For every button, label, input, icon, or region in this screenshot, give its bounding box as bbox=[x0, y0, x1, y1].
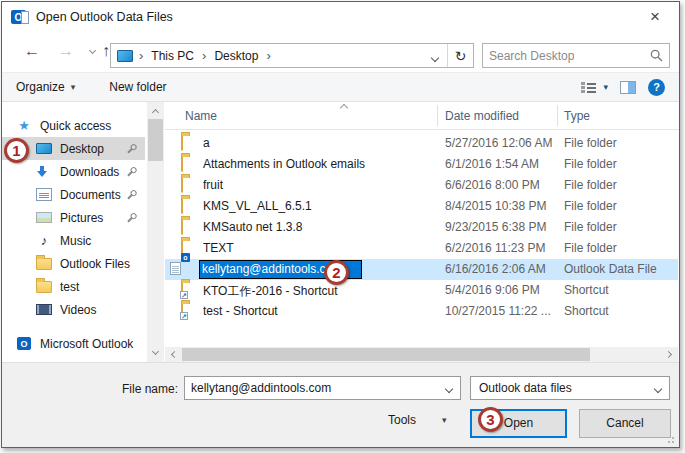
sidebar-item-microsoft-outlook[interactable]: OMicrosoft Outlook bbox=[2, 332, 145, 355]
folder-icon bbox=[181, 157, 183, 171]
sidebar-scrollbar-thumb[interactable] bbox=[148, 119, 163, 161]
scroll-up-icon[interactable] bbox=[147, 103, 164, 119]
desktop-icon bbox=[36, 143, 52, 154]
folder-icon bbox=[181, 136, 183, 150]
new-folder-button[interactable]: New folder bbox=[99, 73, 176, 101]
breadcrumb-desktop[interactable]: Desktop bbox=[212, 49, 260, 63]
horizontal-scrollbar-thumb[interactable] bbox=[182, 348, 590, 361]
outlook-logo-icon: o bbox=[181, 253, 190, 262]
file-name-value[interactable]: kellytang@addintools.com bbox=[185, 381, 438, 395]
column-header-date-modified[interactable]: Date modified bbox=[445, 109, 519, 123]
sidebar-item-outlook-files[interactable]: Outlook Files bbox=[2, 252, 145, 275]
file-row-text[interactable]: TEXT6/2/2016 11:23 PMFile folder bbox=[165, 238, 678, 259]
file-name-label: File name: bbox=[62, 382, 178, 396]
annotation-step-3: 3 bbox=[478, 407, 503, 432]
folder-icon bbox=[181, 199, 183, 213]
scroll-right-icon[interactable] bbox=[662, 347, 678, 362]
views-caret-icon: ▾ bbox=[603, 82, 608, 92]
file-row-attachments-in-outlook-emails[interactable]: Attachments in Outlook emails6/1/2016 1:… bbox=[165, 154, 678, 175]
file-date-modified: 5/4/2016 9:06 PM bbox=[445, 283, 540, 297]
sidebar-item-downloads[interactable]: Downloads bbox=[2, 160, 145, 183]
file-row-kellytang-addintools-com[interactable]: okellytang@addintools.com6/16/2016 2:06 … bbox=[165, 259, 678, 280]
scroll-left-icon[interactable] bbox=[165, 347, 181, 362]
file-type-dropdown-icon bbox=[647, 384, 669, 392]
sidebar-item-quick-access[interactable]: ★Quick access bbox=[2, 114, 145, 137]
tools-button[interactable]: Tools ▾ bbox=[388, 413, 447, 427]
sidebar-item-pictures[interactable]: Pictures bbox=[2, 206, 145, 229]
column-divider[interactable] bbox=[437, 105, 438, 126]
file-name-text: fruit bbox=[203, 178, 223, 192]
sidebar-item-music[interactable]: ♪Music bbox=[2, 229, 145, 252]
column-header-type[interactable]: Type bbox=[564, 109, 590, 123]
tools-caret-icon: ▾ bbox=[442, 415, 447, 425]
scroll-down-icon[interactable] bbox=[147, 345, 164, 361]
file-type-value: Outlook data files bbox=[471, 381, 647, 395]
close-icon[interactable]: × bbox=[643, 6, 667, 28]
main-area: ★Quick accessDesktopDownloadsDocumentsPi… bbox=[2, 102, 679, 362]
file-name-combobox[interactable]: kellytang@addintools.com bbox=[184, 376, 461, 400]
file-list: Name Date modified Type a5/27/2016 12:06… bbox=[165, 102, 679, 362]
pin-icon bbox=[124, 141, 140, 157]
sidebar-item-label: Music bbox=[60, 234, 91, 248]
sidebar-item-label: Downloads bbox=[60, 165, 119, 179]
breadcrumb-this-pc[interactable]: This PC bbox=[149, 49, 196, 63]
sidebar-item-label: Desktop bbox=[60, 142, 104, 156]
video-icon bbox=[36, 304, 52, 315]
recent-locations-dropdown-icon[interactable] bbox=[89, 47, 96, 54]
cancel-button[interactable]: Cancel bbox=[579, 409, 671, 438]
file-name-text: TEXT bbox=[203, 241, 234, 255]
folder-shortcut-icon: ↗ bbox=[181, 283, 183, 297]
preview-pane-icon[interactable] bbox=[620, 81, 636, 94]
change-view-button[interactable]: ▾ bbox=[581, 81, 608, 93]
file-row-kto-2016-shortcut[interactable]: ↗KTO工作-2016 - Shortcut5/4/2016 9:06 PMSh… bbox=[165, 280, 678, 301]
shortcut-overlay-icon: ↗ bbox=[180, 291, 188, 299]
title-bar: O Open Outlook Data Files × bbox=[2, 2, 679, 32]
up-button[interactable]: ↑ bbox=[102, 41, 110, 61]
file-row-kmsauto-net-1-3-8[interactable]: KMSauto net 1.3.89/23/2015 6:38 PMFile f… bbox=[165, 217, 678, 238]
organize-button[interactable]: Organize ▾ bbox=[6, 73, 85, 101]
outlook-icon: O bbox=[16, 337, 32, 350]
file-type: Shortcut bbox=[564, 283, 609, 297]
sidebar-item-test[interactable]: test bbox=[2, 275, 145, 298]
file-date-modified: 6/1/2016 1:54 AM bbox=[445, 157, 539, 171]
file-type: Outlook Data File bbox=[564, 262, 657, 276]
refresh-icon[interactable]: ↻ bbox=[447, 44, 473, 67]
search-icon bbox=[650, 49, 670, 62]
file-name-dropdown-icon[interactable] bbox=[438, 384, 460, 392]
file-type: File folder bbox=[564, 178, 617, 192]
back-button[interactable]: ← bbox=[24, 41, 40, 61]
sidebar-item-videos[interactable]: Videos bbox=[2, 298, 145, 321]
sidebar-item-label: Pictures bbox=[60, 211, 103, 225]
organize-label: Organize bbox=[16, 80, 65, 94]
file-name-text: a bbox=[203, 136, 210, 150]
address-bar[interactable]: › This PC › Desktop › ↻ bbox=[110, 43, 474, 68]
file-date-modified: 6/6/2016 8:00 PM bbox=[445, 178, 540, 192]
sidebar-item-documents[interactable]: Documents bbox=[2, 183, 145, 206]
column-header-name[interactable]: Name bbox=[185, 109, 217, 123]
file-row-kms-vl-all-6-5-1[interactable]: KMS_VL_ALL_6.5.18/4/2015 10:38 PMFile fo… bbox=[165, 196, 678, 217]
folder-icon bbox=[36, 281, 52, 293]
file-date-modified: 8/4/2015 10:38 PM bbox=[445, 199, 546, 213]
sidebar-scrollbar[interactable] bbox=[147, 102, 164, 362]
file-row-fruit[interactable]: fruit6/6/2016 8:00 PMFile folder bbox=[165, 175, 678, 196]
resize-grip[interactable] bbox=[666, 435, 674, 443]
file-name-text: test - Shortcut bbox=[203, 304, 278, 318]
file-row-a[interactable]: a5/27/2016 12:06 AMFile folder bbox=[165, 133, 678, 154]
help-icon[interactable]: ? bbox=[648, 79, 665, 96]
search-input[interactable] bbox=[483, 49, 650, 63]
pin-icon bbox=[124, 210, 140, 226]
file-row-test-shortcut[interactable]: ↗test - Shortcut10/27/2015 11:22 ...Shor… bbox=[165, 301, 678, 322]
file-type-combobox[interactable]: Outlook data files bbox=[470, 376, 670, 400]
tools-label: Tools bbox=[388, 413, 416, 427]
column-divider[interactable] bbox=[557, 105, 558, 126]
new-folder-label: New folder bbox=[109, 80, 166, 94]
pin-icon bbox=[124, 164, 140, 180]
horizontal-scrollbar[interactable] bbox=[165, 347, 678, 362]
folder-icon bbox=[181, 156, 183, 172]
star-icon: ★ bbox=[16, 118, 32, 133]
address-dropdown-icon[interactable] bbox=[423, 48, 447, 64]
sidebar-item-label: Documents bbox=[60, 188, 121, 202]
forward-button[interactable]: → bbox=[58, 41, 74, 61]
folder-shortcut-icon: ↗ bbox=[181, 304, 183, 318]
file-type: Shortcut bbox=[564, 304, 609, 318]
